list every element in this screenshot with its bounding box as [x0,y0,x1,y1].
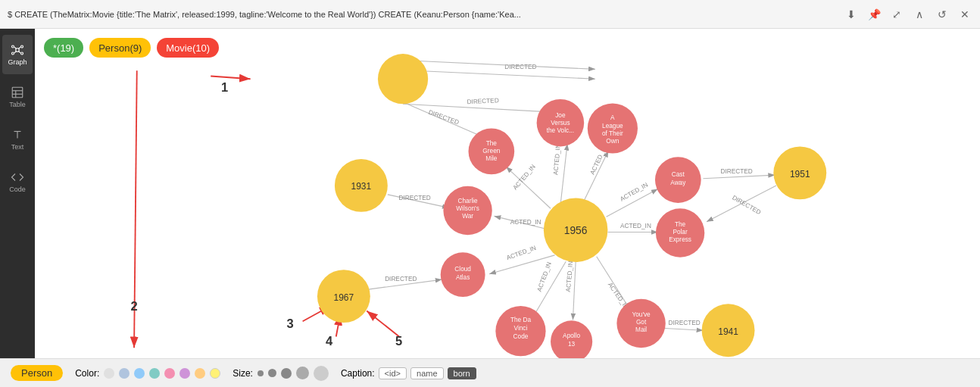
color-dot-4[interactable] [149,368,160,379]
svg-point-2 [21,45,23,48]
sidebar-item-text[interactable]: Text [2,120,33,159]
svg-text:DIRECTED: DIRECTED [385,276,417,282]
svg-text:the Volc...: the Volc... [547,127,574,134]
sidebar-item-graph[interactable]: Graph [2,35,33,74]
svg-point-1 [12,45,14,48]
size-section: Size: [233,366,329,381]
svg-text:Green: Green [482,148,500,154]
size-dot-2[interactable] [268,369,276,377]
svg-text:Versus: Versus [551,120,570,126]
svg-line-8 [19,51,20,53]
svg-text:ACTED_IN: ACTED_IN [552,144,562,176]
svg-text:1956: 1956 [564,225,588,236]
svg-text:Express: Express [669,236,691,243]
color-dot-3[interactable] [134,368,145,379]
sidebar-item-table[interactable]: Table [2,77,33,117]
size-label: Size: [233,368,253,379]
close-icon[interactable]: ✕ [957,7,972,22]
annotation-3: 3 [286,317,293,331]
svg-text:1967: 1967 [334,292,354,303]
sidebar-item-code[interactable]: Code [2,162,33,201]
size-dot-4[interactable] [296,367,309,379]
svg-text:DIRECTED: DIRECTED [731,194,762,216]
code-icon [11,170,24,184]
bottom-bar: Person Color: Size: Caption: <id> name b… [0,358,980,387]
graph-area: *(19) Person(9) Movie(10) DIRECTE [35,29,980,358]
svg-text:Vinci: Vinci [514,325,528,332]
svg-text:DIRECTED: DIRECTED [399,195,431,201]
node-top-yellow[interactable] [378,54,428,104]
color-dot-6[interactable] [179,368,190,379]
caption-name[interactable]: name [410,367,444,379]
refresh-icon[interactable]: ↺ [935,7,950,22]
size-dot-1[interactable] [257,370,264,376]
svg-text:ACTED_IN: ACTED_IN [620,223,651,229]
query-text: $ CREATE (TheMatrix:Movie {title:'The Ma… [8,10,838,19]
svg-text:Apollo: Apollo [563,332,580,339]
svg-text:You've: You've [632,311,651,318]
main-content: Graph Table Text Code [0,29,980,358]
svg-text:Wilson's: Wilson's [456,205,479,212]
svg-text:ACTED_IN: ACTED_IN [619,182,649,203]
svg-text:Cast: Cast [672,171,685,178]
badge-all[interactable]: *(19) [44,38,83,58]
svg-line-5 [14,47,16,48]
badge-person[interactable]: Person(9) [89,38,151,58]
annotation-1: 1 [221,80,228,95]
sidebar-graph-label: Graph [8,58,27,66]
node-badge-bar: *(19) Person(9) Movie(10) [44,38,219,58]
annotation-4: 4 [326,334,333,348]
svg-text:The Da: The Da [510,317,532,323]
svg-point-4 [21,52,23,55]
svg-text:The: The [486,140,498,147]
color-dot-2[interactable] [119,368,130,379]
svg-text:1941: 1941 [718,326,738,337]
svg-text:Charlie: Charlie [457,198,478,204]
svg-text:Mail: Mail [635,326,647,333]
svg-line-17 [403,104,557,112]
caption-born[interactable]: born [448,367,476,379]
annotation-5: 5 [395,334,402,348]
svg-text:ACTED_IN: ACTED_IN [506,245,538,261]
svg-text:Got: Got [636,319,647,326]
table-icon [11,86,24,99]
caption-section: Caption: <id> name born [341,367,476,379]
svg-text:ACTED_IN: ACTED_IN [512,164,537,192]
svg-text:of Their: of Their [602,130,623,137]
text-icon [11,128,24,142]
svg-line-47 [703,175,775,179]
caption-id[interactable]: <id> [379,367,407,379]
download-icon[interactable]: ⬇ [844,7,859,22]
svg-text:DIRECTED: DIRECTED [467,97,499,105]
color-dot-5[interactable] [164,368,175,379]
badge-movie[interactable]: Movie(10) [157,38,219,58]
svg-text:A: A [610,114,615,121]
size-dot-5[interactable] [314,366,329,381]
pin-icon[interactable]: 📌 [866,7,882,22]
sidebar: Graph Table Text Code [0,29,35,358]
svg-text:13: 13 [568,341,576,348]
svg-text:DIRECTED: DIRECTED [668,320,700,326]
size-dot-3[interactable] [281,368,292,379]
svg-point-3 [12,52,14,55]
svg-text:Polar: Polar [673,229,688,236]
expand-icon[interactable]: ⤢ [889,7,904,22]
svg-line-21 [414,70,595,79]
person-label[interactable]: Person [11,365,63,381]
svg-text:Code: Code [513,333,529,340]
color-label: Color: [75,368,99,379]
svg-text:1951: 1951 [790,169,810,179]
color-dot-7[interactable] [195,368,205,379]
svg-text:League: League [602,123,623,130]
sidebar-text-label: Text [11,143,24,151]
svg-line-6 [19,47,20,48]
color-dot-1[interactable] [104,368,114,379]
svg-text:Away: Away [670,179,686,186]
graph-icon [11,43,24,57]
up-icon[interactable]: ∧ [912,7,927,22]
color-dot-8[interactable] [210,368,220,379]
sidebar-table-label: Table [9,101,26,108]
svg-text:Atlas: Atlas [456,274,470,281]
graph-svg: DIRECTED DIRECTED DIRECTED DIRECTED ACTE… [35,29,980,358]
svg-text:Own: Own [606,138,619,145]
